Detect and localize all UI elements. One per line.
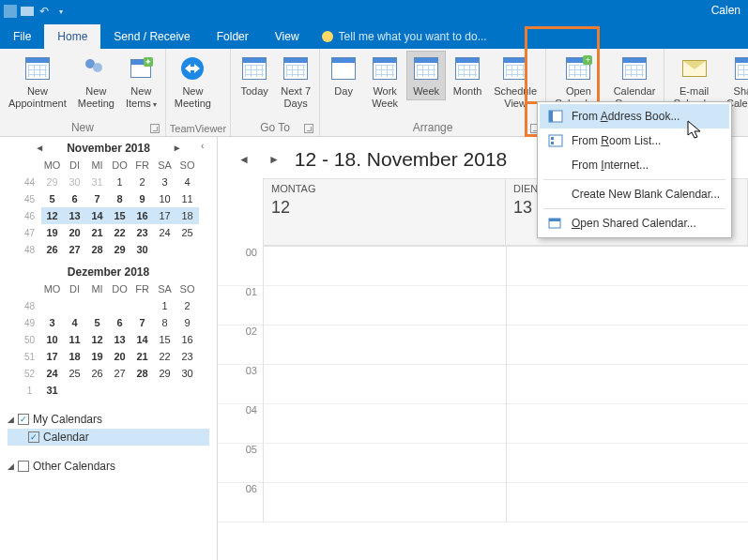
calendar-day[interactable]: 16 [131,207,154,224]
calendar-day[interactable] [176,382,199,399]
calendar-day[interactable] [64,297,86,314]
tab-home[interactable]: Home [44,24,100,49]
calendar-day[interactable]: 10 [41,331,64,348]
calendar-day[interactable]: 26 [86,365,109,382]
time-slot[interactable] [507,444,749,483]
calendar-day[interactable]: 28 [131,365,154,382]
prev-week-button[interactable]: ◄ [235,149,253,170]
calendar-day[interactable]: 31 [86,174,109,190]
menu-from-internet[interactable]: From Internet... [540,153,729,177]
schedule-view-button[interactable]: Schedule View [489,51,542,112]
calendar-day[interactable]: 2 [131,174,154,190]
calendar-day[interactable]: 9 [176,314,199,331]
checkbox[interactable]: ✓ [28,431,39,443]
calendar-day[interactable]: 1 [154,297,176,314]
calendar-day[interactable]: 6 [64,190,86,207]
day-column-header[interactable]: MONTAG12 [263,178,506,247]
calendar-day[interactable]: 2 [176,297,199,314]
calendar-day[interactable] [131,382,154,399]
calendar-day[interactable]: 26 [41,241,64,258]
month-button[interactable]: Month [448,51,487,100]
calendar-day[interactable]: 12 [41,207,64,224]
calendar-day[interactable]: 23 [131,224,154,241]
day-column[interactable] [506,247,749,522]
next-7-days-button[interactable]: Next 7 Days [276,51,315,112]
calendar-day[interactable]: 11 [64,331,86,348]
calendar-day[interactable]: 29 [154,365,176,382]
all-day-area[interactable] [264,221,505,246]
collapse-sidebar-icon[interactable]: ‹ [201,141,204,151]
time-slot[interactable] [264,325,506,365]
other-calendars-header[interactable]: ◢ Other Calendars [8,457,209,476]
calendar-day[interactable]: 9 [131,190,154,207]
time-slot[interactable] [264,444,506,483]
calendar-day[interactable] [86,297,109,314]
calendar-day[interactable]: 22 [109,224,131,241]
calendar-day[interactable]: 23 [176,348,199,365]
calendar-day[interactable]: 14 [131,331,154,348]
calendar-day[interactable] [131,297,154,314]
calendar-day[interactable]: 14 [86,207,109,224]
time-slot[interactable] [507,404,749,444]
calendar-day[interactable] [86,382,109,399]
calendar-day[interactable]: 15 [154,331,176,348]
checkbox[interactable] [18,461,29,472]
calendar-item[interactable]: ✓ Calendar [8,429,209,446]
calendar-day[interactable]: 17 [41,348,64,365]
calendar-day[interactable]: 10 [154,190,176,207]
time-slot[interactable] [264,365,506,404]
time-slot[interactable] [507,247,749,286]
calendar-day[interactable]: 19 [86,348,109,365]
calendar-day[interactable]: 13 [109,331,131,348]
calendar-day[interactable]: 3 [154,174,176,190]
calendar-day[interactable]: 27 [64,241,86,258]
dialog-launcher-icon[interactable] [150,124,160,133]
calendar-day[interactable]: 25 [64,365,86,382]
calendar-day[interactable]: 19 [41,224,64,241]
calendar-day[interactable]: 1 [109,174,131,190]
calendar-day[interactable]: 28 [86,241,109,258]
time-slot[interactable] [507,286,749,325]
calendar-day[interactable] [109,297,131,314]
work-week-button[interactable]: Work Week [365,51,405,112]
calendar-day[interactable]: 4 [176,174,199,190]
calendar-day[interactable]: 30 [131,241,154,258]
tab-folder[interactable]: Folder [204,24,262,49]
calendar-day[interactable] [176,241,199,258]
day-button[interactable]: Day [324,51,363,100]
time-slot[interactable] [264,247,506,286]
mini-calendar[interactable]: MODIMIDOFRSASO44293031123445567891011461… [19,157,199,258]
calendar-day[interactable]: 17 [154,207,176,224]
calendar-day[interactable]: 8 [154,314,176,331]
tab-view[interactable]: View [262,24,313,49]
calendar-day[interactable]: 31 [41,382,64,399]
calendar-day[interactable]: 15 [109,207,131,224]
calendar-day[interactable]: 4 [64,314,86,331]
qat-dropdown-icon[interactable]: ▾ [54,5,68,18]
menu-from-room-list[interactable]: From Room List... [540,129,729,153]
tab-file[interactable]: File [0,24,44,49]
next-week-button[interactable]: ► [265,149,283,170]
calendar-day[interactable]: 7 [86,190,109,207]
time-slot[interactable] [507,325,749,365]
calendar-day[interactable]: 29 [41,174,64,190]
calendar-day[interactable]: 12 [86,331,109,348]
calendar-day[interactable]: 3 [41,314,64,331]
time-slot[interactable] [264,483,506,522]
tell-me-search[interactable]: Tell me what you want to do... [313,24,496,49]
calendar-day[interactable]: 7 [131,314,154,331]
calendar-day[interactable]: 21 [131,348,154,365]
new-meeting-button[interactable]: New Meeting [73,51,119,112]
dialog-launcher-icon[interactable] [304,124,313,133]
calendar-day[interactable]: 24 [154,224,176,241]
calendar-day[interactable]: 5 [86,314,109,331]
menu-create-blank-calendar[interactable]: Create New Blank Calendar... [540,182,729,206]
next-month-button[interactable]: ► [167,141,188,155]
calendar-day[interactable]: 8 [109,190,131,207]
calendar-day[interactable]: 29 [109,241,131,258]
menu-from-address-book[interactable]: From Address Book... [540,104,729,129]
calendar-day[interactable]: 6 [109,314,131,331]
calendar-day[interactable]: 20 [109,348,131,365]
calendar-day[interactable]: 25 [176,224,199,241]
time-slot[interactable] [507,365,749,404]
